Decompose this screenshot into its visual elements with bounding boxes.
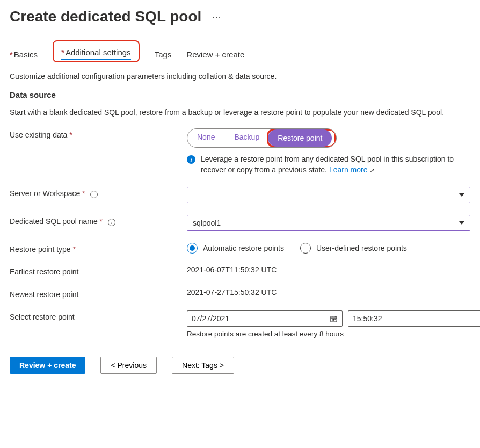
wizard-tabs: *Basics *Additional settings Tags Review…: [10, 47, 470, 62]
pill-restore-point[interactable]: Restore point: [268, 129, 332, 147]
pill-none[interactable]: None: [187, 129, 224, 147]
chevron-down-icon: [459, 193, 464, 197]
calendar-icon: [330, 315, 338, 323]
required-star-icon: *: [69, 131, 72, 139]
radio-automatic-restore-points[interactable]: Automatic restore points: [187, 243, 284, 254]
info-icon: i: [187, 155, 195, 164]
restore-point-hint: Restore points are created at least ever…: [187, 330, 480, 338]
tab-additional-settings[interactable]: *Additional settings: [61, 45, 131, 60]
select-restore-point-label: Select restore point: [10, 310, 187, 321]
more-actions-icon[interactable]: ···: [212, 12, 222, 21]
radio-user-defined-restore-points[interactable]: User-defined restore points: [300, 243, 407, 254]
info-tooltip-icon[interactable]: i: [90, 191, 98, 198]
required-star-icon: *: [61, 48, 64, 57]
required-star-icon: *: [100, 217, 103, 226]
data-source-heading: Data source: [10, 90, 470, 99]
previous-button[interactable]: < Previous: [100, 357, 157, 374]
learn-more-link[interactable]: Learn more: [329, 165, 368, 174]
use-existing-data-label: Use existing data *: [10, 128, 187, 139]
data-source-description: Start with a blank dedicated SQL pool, r…: [10, 107, 470, 118]
wizard-footer: Review + create < Previous Next: Tags >: [0, 349, 480, 381]
sql-pool-name-dropdown[interactable]: sqlpool1: [187, 215, 470, 231]
section-intro: Customize additional configuration param…: [10, 72, 470, 81]
newest-restore-point-value: 2021-07-27T15:50:32 UTC: [187, 288, 470, 297]
review-create-button[interactable]: Review + create: [10, 357, 85, 374]
chevron-down-icon: [459, 221, 464, 225]
info-tooltip-icon[interactable]: i: [108, 219, 115, 226]
earliest-restore-point-value: 2021-06-07T11:50:32 UTC: [187, 265, 470, 274]
required-star-icon: *: [10, 50, 13, 59]
tab-basics[interactable]: *Basics: [10, 47, 38, 62]
radio-icon: [187, 243, 198, 254]
annotation-additional-settings: *Additional settings: [53, 40, 140, 62]
next-button[interactable]: Next: Tags >: [172, 357, 234, 374]
pill-backup[interactable]: Backup: [224, 129, 269, 147]
annotation-restore-point: Restore point: [267, 129, 336, 147]
page-title: Create dedicated SQL pool: [10, 8, 201, 25]
external-link-icon: ↗: [369, 167, 375, 174]
required-star-icon: *: [73, 245, 76, 254]
required-star-icon: *: [82, 189, 85, 198]
server-workspace-label: Server or Workspace * i: [10, 187, 187, 198]
tab-review-create[interactable]: Review + create: [186, 47, 244, 62]
newest-restore-point-label: Newest restore point: [10, 288, 187, 299]
restore-point-time-input[interactable]: 15:50:32: [348, 310, 480, 327]
sql-pool-name-label: Dedicated SQL pool name * i: [10, 215, 187, 226]
earliest-restore-point-label: Earliest restore point: [10, 265, 187, 276]
tab-tags[interactable]: Tags: [155, 47, 172, 62]
radio-icon: [300, 243, 311, 254]
use-existing-data-info: i Leverage a restore point from any dedi…: [187, 154, 470, 175]
use-existing-data-toggle: None Backup Restore point: [187, 128, 337, 148]
restore-point-type-label: Restore point type *: [10, 243, 187, 254]
server-workspace-dropdown[interactable]: [187, 187, 470, 203]
restore-point-date-input[interactable]: 07/27/2021: [187, 310, 343, 327]
